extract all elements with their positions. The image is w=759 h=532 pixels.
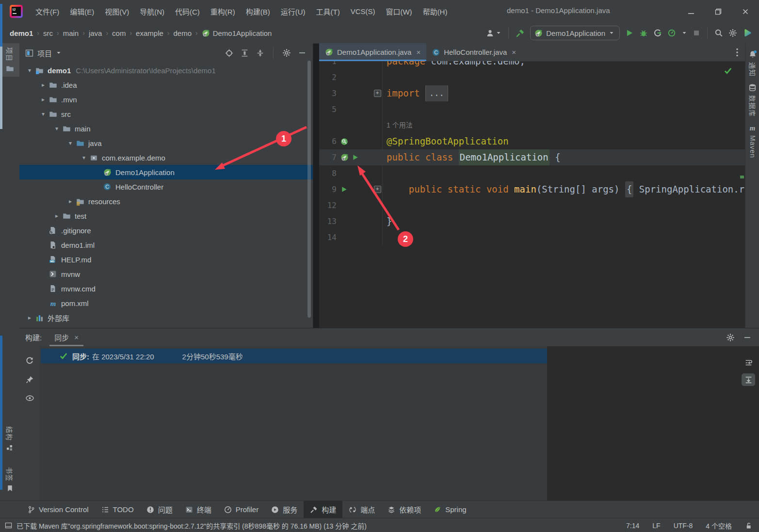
menu-item[interactable]: 构建(B): [241, 6, 275, 16]
tree-item-pom-xml[interactable]: mpom.xml: [19, 296, 313, 310]
coverage-button[interactable]: [653, 29, 662, 37]
code-line-9[interactable]: 9+ public static void main(String[] args…: [319, 181, 745, 197]
run-configuration-select[interactable]: Demo1Application: [530, 26, 620, 40]
tree-item-demo1[interactable]: ▾demo1C:\Users\Administrator\IdeaProject…: [19, 63, 313, 78]
settings-gear-button[interactable]: [728, 29, 737, 37]
toolbar-item--[interactable]: 问题: [140, 501, 179, 518]
close-button[interactable]: [732, 0, 759, 23]
breadcrumb-leaf[interactable]: Demo1Application: [213, 29, 272, 37]
code-line-hint[interactable]: 1 个用法: [319, 117, 745, 133]
tree-item-demo1-iml[interactable]: demo1.iml: [19, 238, 313, 252]
menu-item[interactable]: 导航(N): [134, 6, 170, 16]
expand-all-button[interactable]: [241, 49, 249, 57]
stripe-通知-button[interactable]: 通知: [745, 50, 759, 77]
code-line-14[interactable]: 14: [319, 229, 745, 245]
spring-boot-run-icon[interactable]: [340, 153, 349, 161]
code-line-1[interactable]: 1package com.example.demo;: [319, 61, 745, 69]
menu-item[interactable]: 编辑(E): [65, 6, 99, 16]
tree-item-demo1application[interactable]: Demo1Application: [19, 165, 313, 179]
panel-settings-button[interactable]: [282, 48, 291, 57]
project-panel-title[interactable]: 项目: [37, 48, 52, 58]
chevron-right-icon[interactable]: ▸: [39, 96, 48, 103]
editor-tab-hellocontroller-java[interactable]: CHelloController.java×: [426, 43, 522, 61]
menu-item[interactable]: 视图(V): [99, 6, 134, 16]
breadcrumb-item[interactable]: example: [136, 29, 163, 37]
code-line-7[interactable]: 7public class Demo1Application {: [319, 149, 745, 165]
hide-build-panel-button[interactable]: [743, 334, 751, 341]
minimize-button[interactable]: [678, 0, 705, 23]
code-line-12[interactable]: 12: [319, 197, 745, 213]
tree-item-mvnw-cmd[interactable]: mvnw.cmd: [19, 281, 313, 296]
code-line-6[interactable]: 6@SpringBootApplication: [319, 133, 745, 149]
code-line-8[interactable]: 8: [319, 165, 745, 181]
chevron-down-icon[interactable]: ▾: [39, 111, 48, 117]
tree-item--gitignore[interactable]: .gitignore: [19, 223, 313, 238]
breadcrumb-item[interactable]: com: [112, 29, 126, 37]
code-line-13[interactable]: 13}: [319, 213, 745, 229]
build-sync-row[interactable]: 同步: 在 2023/5/31 22:20 2分钟50秒539毫秒: [41, 349, 547, 363]
fold-marker-icon[interactable]: +: [374, 90, 381, 97]
tree-item-test[interactable]: ▸test: [19, 209, 313, 223]
chevron-right-icon[interactable]: ▸: [52, 212, 61, 219]
editor-tab-demo1application-java[interactable]: Demo1Application.java×: [319, 43, 426, 61]
tree-item-help-md[interactable]: MDHELP.md: [19, 252, 313, 267]
toolbar-item--[interactable]: 依赖项: [381, 501, 427, 518]
toolbar-item-spring[interactable]: Spring: [427, 501, 472, 518]
soft-wrap-icon[interactable]: [742, 356, 755, 369]
tree-item-src[interactable]: ▾src: [19, 107, 313, 121]
eye-filter-icon[interactable]: [25, 394, 34, 402]
unlock-icon[interactable]: [745, 522, 752, 530]
run-icon[interactable]: [352, 154, 359, 161]
maximize-button[interactable]: [705, 0, 732, 23]
status-message[interactable]: 已下载 Maven 库"org.springframework.boot:spr…: [16, 521, 367, 531]
stripe-structure-button[interactable]: 结构: [0, 422, 19, 455]
tree-item-main[interactable]: ▾main: [19, 121, 313, 136]
tree-item-com-example-demo[interactable]: ▾com.example.demo: [19, 150, 313, 165]
hide-panel-button[interactable]: [298, 49, 306, 57]
chevron-down-icon[interactable]: ▾: [25, 67, 34, 74]
close-icon[interactable]: ×: [74, 333, 79, 341]
tree-item-mvnw[interactable]: mvnw: [19, 267, 313, 281]
menu-item[interactable]: 帮助(H): [418, 6, 453, 16]
tree-item-resources[interactable]: ▸resources: [19, 194, 313, 209]
code-line-2[interactable]: 2: [319, 69, 745, 85]
tree-item-java[interactable]: ▾java: [19, 136, 313, 150]
toolbar-item--[interactable]: 服务: [265, 501, 304, 518]
run-icon[interactable]: [340, 186, 348, 193]
tree-scrollbar[interactable]: [307, 61, 311, 318]
debug-button[interactable]: [639, 29, 648, 37]
menu-item[interactable]: 运行(U): [275, 6, 311, 16]
chevron-right-icon[interactable]: ▸: [66, 198, 75, 205]
stripe-project-button[interactable]: 项目: [0, 43, 19, 77]
locate-file-button[interactable]: [225, 49, 233, 57]
run-button[interactable]: [625, 29, 634, 37]
tree-item--idea[interactable]: ▸.idea: [19, 78, 313, 92]
code-line-3[interactable]: 3+import ...: [319, 85, 745, 101]
gradient-play-icon[interactable]: [743, 28, 752, 38]
refresh-icon[interactable]: [25, 356, 34, 365]
toolbar-item--[interactable]: 终端: [179, 501, 218, 518]
profiler-button[interactable]: [667, 29, 676, 37]
chevron-down-icon[interactable]: [681, 30, 687, 36]
bean-scan-icon[interactable]: [340, 138, 348, 145]
build-settings-button[interactable]: [726, 333, 735, 342]
scroll-to-end-icon[interactable]: [742, 373, 755, 386]
line-ending[interactable]: LF: [652, 522, 660, 530]
breadcrumb-item[interactable]: main: [63, 29, 79, 37]
menu-item[interactable]: 重构(R): [205, 6, 241, 16]
breadcrumb-item[interactable]: src: [43, 29, 53, 37]
breadcrumb-item[interactable]: demo1: [10, 29, 33, 37]
code-editor[interactable]: 1package com.example.demo;23+import ...5…: [319, 61, 745, 328]
search-everywhere-button[interactable]: [714, 29, 723, 37]
build-hammer-button[interactable]: [516, 29, 525, 38]
fold-marker-icon[interactable]: +: [374, 186, 381, 193]
toolbar-item-version-control[interactable]: Version Control: [21, 501, 95, 518]
chevron-right-icon[interactable]: ▸: [39, 81, 48, 88]
menu-item[interactable]: 代码(C): [170, 6, 205, 16]
menu-item[interactable]: VCS(S): [345, 7, 381, 16]
close-icon[interactable]: ×: [512, 48, 516, 56]
toolbar-item--[interactable]: 端点: [342, 501, 381, 518]
stripe-bookmarks-button[interactable]: 书签: [0, 463, 19, 496]
menu-item[interactable]: 工具(T): [310, 6, 345, 16]
chevron-down-icon[interactable]: ▾: [52, 125, 61, 132]
